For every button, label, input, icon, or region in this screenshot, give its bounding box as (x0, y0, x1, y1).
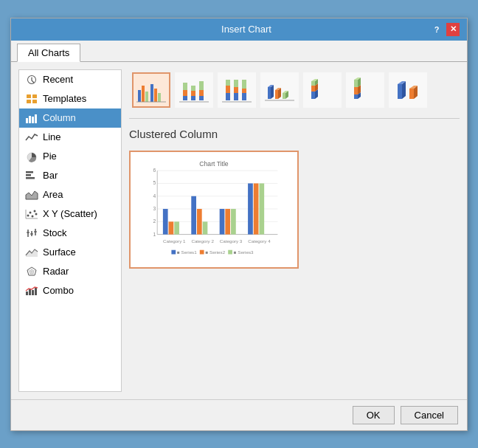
svg-marker-95 (409, 89, 414, 99)
svg-rect-37 (138, 90, 141, 102)
svg-rect-11 (26, 177, 35, 179)
svg-rect-58 (234, 87, 238, 93)
sidebar-item-scatter[interactable]: X Y (Scatter) (19, 204, 121, 224)
sidebar-item-templates[interactable]: Templates (19, 89, 121, 108)
svg-rect-119 (203, 221, 208, 234)
dialog-footer: OK Cancel (11, 399, 467, 430)
sidebar-item-recent[interactable]: Recent (19, 70, 121, 89)
svg-rect-115 (169, 221, 174, 234)
svg-rect-50 (199, 81, 204, 90)
svg-rect-130 (171, 249, 176, 254)
svg-rect-98 (136, 156, 291, 263)
close-button[interactable]: ✕ (446, 23, 460, 36)
svg-rect-134 (228, 249, 232, 254)
help-button[interactable]: ? (430, 23, 443, 36)
svg-rect-0 (27, 94, 31, 98)
chart-type-100-stacked-column[interactable] (218, 72, 256, 108)
svg-rect-62 (242, 93, 246, 100)
sidebar-item-surface[interactable]: Surface (19, 243, 121, 262)
svg-marker-86 (354, 87, 358, 94)
chart-type-clustered-column[interactable] (132, 72, 170, 108)
sidebar-label-surface: Surface (43, 247, 76, 258)
svg-rect-44 (183, 83, 187, 90)
chart-type-3d-stacked-column[interactable] (303, 72, 342, 108)
svg-rect-122 (231, 209, 236, 235)
sidebar-item-pie[interactable]: Pie (19, 147, 121, 166)
svg-point-17 (35, 213, 38, 215)
svg-rect-5 (29, 116, 31, 123)
chart-type-3d-column[interactable] (389, 72, 427, 108)
pie-icon (25, 151, 38, 162)
chart-type-stacked-column[interactable] (175, 72, 213, 108)
svg-rect-56 (226, 93, 230, 100)
svg-marker-65 (271, 85, 274, 99)
svg-rect-46 (183, 96, 187, 100)
svg-rect-38 (142, 86, 145, 102)
svg-rect-36 (35, 288, 37, 295)
sidebar-label-recent: Recent (43, 74, 73, 85)
main-panel: Clustered Column Chart Title 1 (129, 69, 460, 392)
svg-rect-2 (27, 100, 31, 103)
chart-preview: Chart Title 1 2 3 4 5 6 (129, 151, 299, 269)
radar-icon (25, 266, 38, 278)
ok-button[interactable]: OK (353, 406, 395, 424)
recent-icon (25, 74, 38, 86)
tab-bar: All Charts (11, 41, 467, 62)
templates-icon (25, 93, 38, 105)
svg-marker-74 (311, 92, 315, 99)
svg-rect-59 (234, 93, 238, 100)
sidebar-item-radar[interactable]: Radar (19, 262, 121, 281)
combo-icon (25, 285, 38, 297)
svg-rect-1 (32, 94, 37, 98)
svg-rect-40 (150, 84, 153, 102)
svg-rect-117 (191, 196, 196, 234)
sidebar-item-line[interactable]: Line (19, 128, 121, 147)
bar-icon (25, 170, 38, 182)
svg-marker-80 (311, 81, 315, 86)
sidebar-label-line: Line (43, 131, 61, 142)
scatter-icon (25, 208, 38, 220)
sidebar-item-stock[interactable]: Stock (19, 224, 121, 243)
svg-marker-12 (26, 191, 38, 199)
svg-text:3: 3 (153, 205, 156, 210)
svg-rect-42 (158, 93, 161, 102)
tab-all-charts[interactable]: All Charts (17, 44, 80, 62)
svg-rect-3 (32, 100, 37, 103)
svg-marker-64 (268, 87, 271, 99)
svg-rect-49 (191, 96, 195, 100)
cancel-button[interactable]: Cancel (401, 406, 458, 424)
sidebar-label-pie: Pie (43, 151, 57, 162)
sidebar-label-combo: Combo (43, 285, 74, 296)
svg-marker-70 (283, 93, 285, 99)
sidebar-item-area[interactable]: Area (19, 185, 121, 204)
svg-text:Chart Title: Chart Title (199, 160, 229, 168)
svg-point-15 (32, 215, 34, 217)
svg-rect-34 (29, 289, 31, 295)
svg-point-13 (27, 214, 30, 216)
svg-text:Category 2: Category 2 (191, 238, 214, 244)
title-bar: Insert Chart ? ✕ (11, 18, 467, 41)
area-icon (25, 189, 38, 201)
svg-text:1: 1 (153, 231, 156, 236)
svg-rect-54 (226, 80, 230, 86)
svg-point-14 (30, 211, 32, 213)
sidebar-label-column: Column (43, 112, 76, 123)
sidebar-item-combo[interactable]: Combo (19, 281, 121, 300)
selected-chart-name: Clustered Column (129, 128, 460, 140)
sidebar-item-column[interactable]: Column (19, 108, 121, 128)
svg-rect-116 (174, 221, 179, 234)
svg-rect-114 (163, 209, 168, 235)
sidebar-item-bar[interactable]: Bar (19, 166, 121, 185)
svg-rect-4 (26, 118, 28, 123)
svg-rect-132 (200, 249, 204, 254)
svg-text:Category 4: Category 4 (248, 238, 271, 244)
chart-type-3d-clustered-column[interactable] (260, 72, 299, 108)
svg-text:■ Series2: ■ Series2 (205, 249, 225, 255)
svg-rect-45 (183, 90, 187, 96)
svg-rect-125 (259, 183, 264, 234)
svg-marker-89 (354, 80, 358, 87)
svg-text:5: 5 (153, 180, 156, 185)
svg-rect-120 (220, 209, 225, 235)
chart-type-3d-100-stacked[interactable] (346, 72, 384, 108)
line-icon (25, 131, 38, 143)
